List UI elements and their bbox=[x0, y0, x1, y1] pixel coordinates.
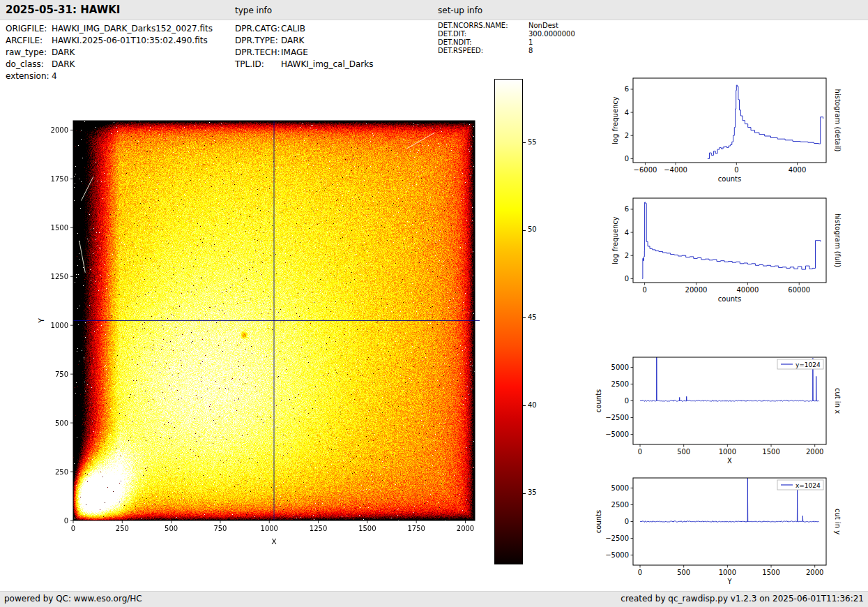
metadata-label: DET.NDIT: bbox=[438, 38, 528, 47]
metadata-row-do-class: do_class: DARK bbox=[6, 59, 213, 70]
svg-text:1750: 1750 bbox=[407, 525, 425, 532]
svg-text:log frequency: log frequency bbox=[611, 96, 619, 144]
svg-text:1000: 1000 bbox=[719, 448, 736, 456]
metadata-label: extension: bbox=[6, 70, 52, 82]
svg-text:1250: 1250 bbox=[51, 273, 68, 280]
metadata-label: TPL.ID: bbox=[235, 59, 281, 70]
svg-text:6: 6 bbox=[625, 205, 629, 213]
metadata-row-ncorrs: DET.NCORRS.NAME: NonDest bbox=[438, 22, 575, 30]
metadata-row-ndit: DET.NDIT: 1 bbox=[438, 38, 575, 47]
histogram-detail-plot: −6000−4000040000246countslog frequencyhi… bbox=[633, 78, 826, 163]
svg-text:−2500: −2500 bbox=[605, 414, 629, 421]
svg-text:4000: 4000 bbox=[789, 166, 806, 174]
page-title: 2025-05-31: HAWKI bbox=[6, 3, 120, 16]
svg-text:y=1024: y=1024 bbox=[795, 361, 821, 368]
svg-text:1500: 1500 bbox=[762, 448, 779, 456]
svg-text:0: 0 bbox=[625, 155, 629, 163]
svg-text:cut in x: cut in x bbox=[834, 388, 842, 414]
svg-text:500: 500 bbox=[677, 569, 690, 576]
metadata-label: DPR.CATG: bbox=[235, 23, 281, 35]
setup-info-heading: set-up info bbox=[438, 6, 482, 15]
svg-text:0: 0 bbox=[625, 275, 629, 283]
svg-text:Y: Y bbox=[37, 318, 46, 324]
svg-text:4: 4 bbox=[625, 229, 629, 237]
metadata-label: DPR.TECH: bbox=[235, 47, 281, 59]
svg-text:−5000: −5000 bbox=[605, 551, 629, 559]
svg-text:2500: 2500 bbox=[611, 501, 629, 509]
file-metadata-column: ORIGFILE: HAWKI_IMG_DARK_Darks152_0027.f… bbox=[6, 23, 213, 82]
svg-text:2: 2 bbox=[625, 252, 629, 260]
svg-text:250: 250 bbox=[116, 525, 129, 532]
svg-text:0: 0 bbox=[638, 448, 642, 456]
svg-text:0: 0 bbox=[64, 517, 68, 525]
colorbar-tick bbox=[523, 493, 526, 494]
svg-text:−4000: −4000 bbox=[664, 166, 687, 174]
svg-text:1000: 1000 bbox=[719, 569, 736, 576]
metadata-value: IMAGE bbox=[281, 47, 308, 59]
type-info-column: DPR.CATG: CALIB DPR.TYPE: DARK DPR.TECH:… bbox=[235, 23, 374, 70]
metadata-row-rspeed: DET.RSPEED: 8 bbox=[438, 47, 575, 55]
metadata-label: ORIGFILE: bbox=[6, 23, 52, 35]
svg-text:−5000: −5000 bbox=[605, 430, 629, 438]
svg-text:1750: 1750 bbox=[51, 175, 68, 183]
svg-text:1500: 1500 bbox=[358, 525, 376, 532]
cut-in-y-legend: x=1024 bbox=[777, 480, 823, 490]
metadata-value: DARK bbox=[52, 47, 75, 59]
header-bar bbox=[0, 0, 868, 20]
metadata-row-raw-type: raw_type: DARK bbox=[6, 47, 213, 59]
colorbar-tick bbox=[523, 317, 526, 318]
colorbar-tick-label: 45 bbox=[528, 313, 537, 321]
metadata-value: 1 bbox=[528, 38, 533, 47]
svg-text:1500: 1500 bbox=[51, 224, 68, 232]
svg-text:40000: 40000 bbox=[736, 286, 759, 294]
metadata-label: DET.NCORRS.NAME: bbox=[438, 22, 528, 30]
svg-text:0: 0 bbox=[625, 397, 629, 405]
svg-text:500: 500 bbox=[165, 525, 178, 532]
svg-text:0: 0 bbox=[638, 569, 642, 576]
histogram-detail-line bbox=[708, 85, 823, 158]
svg-text:−2500: −2500 bbox=[605, 534, 629, 542]
colorbar-tick-label: 50 bbox=[528, 225, 537, 233]
svg-text:2000: 2000 bbox=[51, 126, 68, 134]
svg-text:500: 500 bbox=[55, 419, 68, 427]
svg-text:−6000: −6000 bbox=[634, 166, 657, 174]
metadata-value: 8 bbox=[528, 47, 533, 55]
svg-text:1250: 1250 bbox=[310, 525, 327, 532]
footer-left-text: powered by QC: www.eso.org/HC bbox=[4, 594, 142, 604]
main-plot-axes: 0250500750100012501500175020000250500750… bbox=[73, 121, 475, 520]
metadata-row-arcfile: ARCFILE: HAWKI.2025-06-01T10:35:02.490.f… bbox=[6, 35, 213, 47]
setup-info-column: DET.NCORRS.NAME: NonDest DET.DIT: 300.00… bbox=[438, 22, 575, 55]
svg-text:X: X bbox=[271, 537, 277, 546]
svg-text:histogram (detail): histogram (detail) bbox=[834, 89, 842, 152]
svg-text:0: 0 bbox=[642, 286, 646, 294]
svg-text:6: 6 bbox=[625, 85, 629, 93]
crosshair-lines bbox=[73, 121, 480, 520]
svg-text:counts: counts bbox=[595, 389, 602, 412]
metadata-label: DET.DIT: bbox=[438, 30, 528, 38]
metadata-row-tpl-id: TPL.ID: HAWKI_img_cal_Darks bbox=[235, 59, 374, 70]
footer-right-text: created by qc_rawdisp.py v1.2.3 on 2025-… bbox=[620, 594, 864, 604]
metadata-label: raw_type: bbox=[6, 47, 52, 59]
metadata-row-dit: DET.DIT: 300.0000000 bbox=[438, 30, 575, 38]
svg-text:60000: 60000 bbox=[788, 286, 810, 294]
metadata-row-dpr-catg: DPR.CATG: CALIB bbox=[235, 23, 374, 35]
metadata-value: HAWKI.2025-06-01T10:35:02.490.fits bbox=[52, 35, 208, 47]
svg-text:1000: 1000 bbox=[261, 525, 278, 532]
svg-text:20000: 20000 bbox=[685, 286, 708, 294]
cut-in-y-plot: 0500100015002000500025000−2500−5000Ycoun… bbox=[633, 478, 826, 565]
svg-text:250: 250 bbox=[55, 468, 68, 476]
metadata-value: HAWKI_IMG_DARK_Darks152_0027.fits bbox=[52, 23, 213, 35]
colorbar-tick-label: 40 bbox=[528, 401, 537, 409]
colorbar bbox=[494, 79, 523, 564]
svg-text:750: 750 bbox=[213, 525, 227, 532]
metadata-row-extension: extension: 4 bbox=[6, 70, 213, 82]
histogram-full-plot: 02000040000600000246countslog frequencyh… bbox=[633, 198, 826, 283]
colorbar-tick bbox=[523, 405, 526, 406]
metadata-row-dpr-type: DPR.TYPE: DARK bbox=[235, 35, 374, 47]
metadata-value: DARK bbox=[52, 59, 75, 70]
metadata-row-dpr-tech: DPR.TECH: IMAGE bbox=[235, 47, 374, 59]
metadata-label: do_class: bbox=[6, 59, 52, 70]
type-info-heading: type info bbox=[235, 6, 272, 15]
colorbar-tick-labels: 3540455055 bbox=[523, 80, 555, 564]
metadata-value: DARK bbox=[281, 35, 304, 47]
